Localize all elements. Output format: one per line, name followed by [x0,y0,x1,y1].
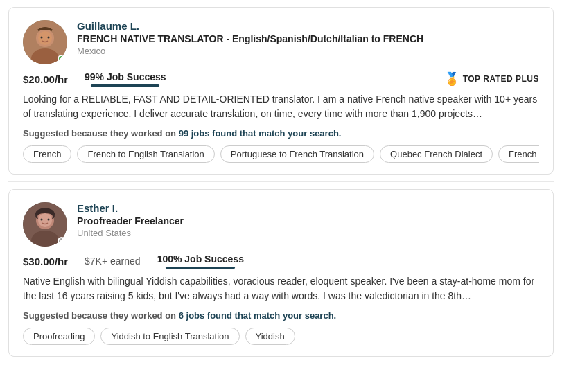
avatar-1 [23,202,67,247]
job-success-bar [166,267,235,269]
svg-point-11 [48,219,50,221]
hourly-rate: $20.00/hr [23,73,68,85]
skill-tag[interactable]: French to English Translation [77,145,214,163]
skill-tag[interactable]: Proofreading [23,328,95,345]
metrics-row: $20.00/hr 99% Job Success 🏅 TOP RATED PL… [23,71,539,87]
svg-point-10 [41,219,43,221]
job-success-label: 100% Job Success [157,253,244,265]
skill-tag[interactable]: Yiddish [245,328,295,345]
freelancer-title: FRENCH NATIVE TRANSLATOR - English/Spani… [77,33,539,44]
skill-tag[interactable]: Yiddish to English Translation [100,328,239,345]
top-rated-badge: 🏅 TOP RATED PLUS [444,71,539,87]
online-status-indicator [58,237,66,245]
freelancer-location: Mexico [77,46,539,56]
skill-tag[interactable]: French [23,145,71,163]
skill-tag[interactable]: French to S [498,145,539,163]
suggested-link[interactable]: 6 jobs found that match your search. [179,310,337,321]
suggested-text: Suggested because they worked on 6 jobs … [23,310,539,321]
freelancer-title: Proofreader Freelancer [77,215,539,226]
card-divider [8,181,554,182]
freelancer-info-1: Esther I. Proofreader Freelancer United … [77,202,539,238]
freelancer-card-0: Guillaume L. FRENCH NATIVE TRANSLATOR - … [8,7,554,175]
avatar-0 [23,20,67,64]
freelancer-description: Looking for a RELIABLE, FAST AND DETAIL-… [23,92,539,121]
svg-point-5 [48,37,50,39]
suggested-link[interactable]: 99 jobs found that match your search. [179,128,342,139]
freelancer-name[interactable]: Guillaume L. [77,20,539,32]
job-success-metric: 99% Job Success [85,71,166,87]
svg-point-3 [38,31,52,45]
freelancer-name[interactable]: Esther I. [77,202,539,214]
job-success-bar [91,84,159,87]
earned-amount: $7K+ earned [85,256,141,267]
freelancer-location: United States [77,228,539,238]
top-rated-label: TOP RATED PLUS [463,74,539,84]
tags-row: ProofreadingYiddish to English Translati… [23,328,539,345]
job-success-metric: 100% Job Success [157,253,244,269]
skill-tag[interactable]: Quebec French Dialect [380,145,493,163]
hourly-rate: $30.00/hr [23,256,68,267]
online-status-indicator [58,55,66,63]
job-success-label: 99% Job Success [85,71,166,82]
suggested-text: Suggested because they worked on 99 jobs… [23,128,539,139]
svg-point-9 [38,213,52,227]
freelancer-info-0: Guillaume L. FRENCH NATIVE TRANSLATOR - … [77,20,539,56]
tags-row: FrenchFrench to English TranslationPortu… [23,145,539,163]
freelancer-card-1: Esther I. Proofreader Freelancer United … [8,189,554,357]
skill-tag[interactable]: Portuguese to French Translation [220,145,374,163]
top-rated-icon: 🏅 [444,71,459,87]
metrics-row: $30.00/hr $7K+ earned 100% Job Success [23,253,539,269]
svg-point-4 [41,37,43,39]
freelancer-description: Native English with bilingual Yiddish ca… [23,274,539,303]
